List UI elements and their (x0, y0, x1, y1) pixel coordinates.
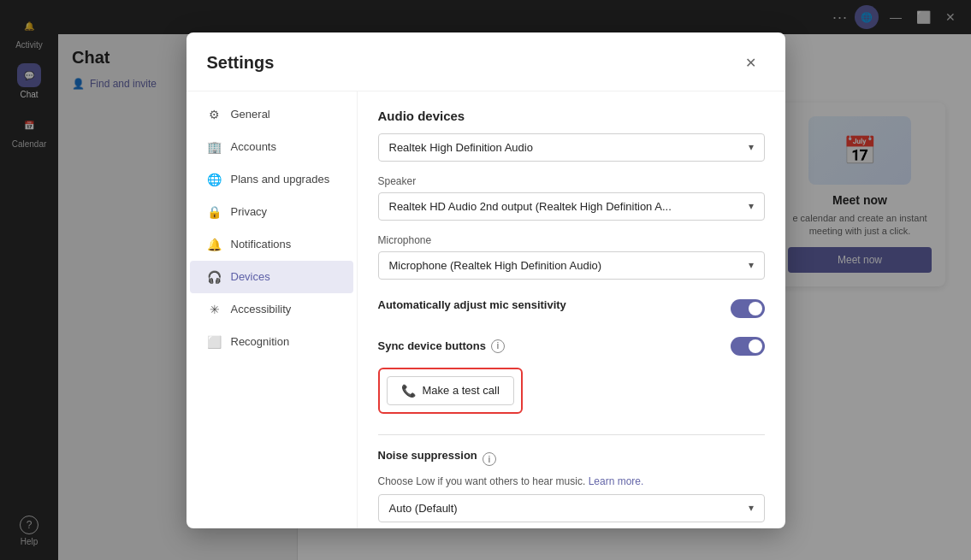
speaker-dropdown[interactable]: Realtek HD Audio 2nd output (Realtek Hig… (378, 192, 765, 221)
settings-body: ⚙ General 🏢 Accounts 🌐 Plans and upgrade… (187, 91, 785, 528)
settings-title: Settings (207, 53, 275, 73)
app-background: 🔔 Activity 💬 Chat 📅 Calendar ? Help ··· … (0, 0, 971, 560)
settings-header: Settings ✕ (187, 32, 785, 91)
noise-chevron: ▾ (749, 502, 754, 514)
audio-devices-label: Audio devices (378, 109, 765, 123)
speaker-value: Realtek HD Audio 2nd output (Realtek Hig… (389, 200, 672, 213)
nav-item-recognition[interactable]: ⬜ Recognition (190, 326, 353, 358)
audio-device-value: Realtek High Definition Audio (389, 141, 533, 154)
nav-label-plans: Plans and upgrades (231, 173, 330, 186)
speaker-chevron: ▾ (749, 200, 754, 212)
test-call-icon: 📞 (401, 384, 416, 398)
auto-mic-label: Automatically adjust mic sensitivity (378, 298, 566, 311)
speaker-label: Speaker (378, 175, 765, 187)
divider-1 (378, 434, 765, 435)
general-icon: ⚙ (207, 107, 222, 122)
nav-item-accessibility[interactable]: ✳ Accessibility (190, 293, 353, 326)
test-call-button[interactable]: 📞 Make a test call (387, 376, 514, 405)
microphone-dropdown[interactable]: Microphone (Realtek High Definition Audi… (378, 251, 765, 280)
sync-buttons-info-icon[interactable]: i (491, 339, 505, 353)
test-call-label: Make a test call (423, 384, 500, 397)
nav-label-privacy: Privacy (231, 205, 268, 218)
noise-suppression-info-icon[interactable]: i (483, 452, 496, 466)
noise-dropdown[interactable]: Auto (Default) ▾ (378, 494, 765, 522)
audio-device-chevron: ▾ (749, 141, 754, 153)
nav-label-general: General (231, 108, 270, 121)
noise-suppression-desc: Choose Low if you want others to hear mu… (378, 475, 765, 487)
microphone-label: Microphone (378, 234, 765, 246)
nav-item-plans[interactable]: 🌐 Plans and upgrades (190, 163, 353, 196)
microphone-value: Microphone (Realtek High Definition Audi… (389, 259, 602, 272)
noise-suppression-section: Noise suppression i Choose Low if you wa… (378, 449, 765, 522)
sync-buttons-row: Sync device buttons i (378, 332, 765, 361)
nav-label-devices: Devices (231, 270, 270, 283)
nav-item-privacy[interactable]: 🔒 Privacy (190, 196, 353, 228)
privacy-icon: 🔒 (207, 204, 222, 220)
noise-value: Auto (Default) (389, 502, 458, 515)
noise-suppression-label: Noise suppression (378, 449, 477, 462)
test-call-wrapper: 📞 Make a test call (378, 368, 523, 414)
sync-buttons-label: Sync device buttons (378, 339, 486, 352)
sync-buttons-toggle[interactable] (731, 337, 765, 356)
audio-device-dropdown[interactable]: Realtek High Definition Audio ▾ (378, 133, 765, 162)
devices-icon: 🎧 (207, 269, 222, 285)
accessibility-icon: ✳ (207, 302, 222, 317)
settings-dialog: Settings ✕ ⚙ General 🏢 Accounts (187, 32, 785, 528)
nav-label-notifications: Notifications (231, 238, 292, 251)
plans-icon: 🌐 (207, 172, 222, 187)
nav-label-accounts: Accounts (231, 140, 276, 153)
nav-label-accessibility: Accessibility (231, 303, 292, 315)
settings-content: Audio devices Realtek High Definition Au… (358, 91, 785, 528)
noise-label-group: Noise suppression i (378, 449, 765, 470)
settings-close-button[interactable]: ✕ (737, 50, 765, 77)
modal-overlay: Settings ✕ ⚙ General 🏢 Accounts (0, 0, 971, 560)
nav-item-notifications[interactable]: 🔔 Notifications (190, 228, 353, 261)
microphone-chevron: ▾ (749, 259, 754, 271)
settings-nav: ⚙ General 🏢 Accounts 🌐 Plans and upgrade… (187, 91, 358, 528)
auto-mic-row: Automatically adjust mic sensitivity (378, 293, 765, 325)
noise-desc-text: Choose Low if you want others to hear mu… (378, 475, 586, 487)
nav-label-recognition: Recognition (231, 335, 290, 348)
notifications-icon: 🔔 (207, 237, 222, 252)
recognition-icon: ⬜ (207, 334, 222, 350)
noise-learn-more-link[interactable]: Learn more. (589, 475, 644, 487)
nav-item-devices[interactable]: 🎧 Devices (190, 261, 353, 293)
accounts-icon: 🏢 (207, 139, 222, 155)
nav-item-accounts[interactable]: 🏢 Accounts (190, 131, 353, 163)
nav-item-general[interactable]: ⚙ General (190, 98, 353, 131)
sync-buttons-label-group: Sync device buttons i (378, 339, 505, 353)
auto-mic-toggle[interactable] (731, 299, 765, 318)
